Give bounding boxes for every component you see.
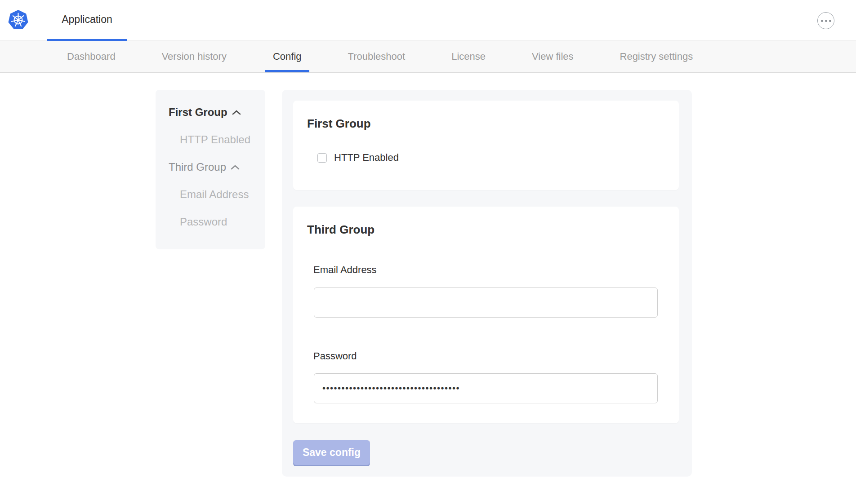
admin-console-page: { "header": { "logo_icon": "kubernetes-l…	[0, 0, 856, 504]
ellipsis-menu-icon[interactable]	[817, 12, 834, 29]
config-group-first-group: First Group HTTP Enabled	[293, 101, 679, 190]
sidebar-item-label: First Group	[169, 106, 227, 119]
sidebar-item-http-enabled[interactable]: HTTP Enabled	[180, 134, 265, 146]
sidebar-item-password[interactable]: Password	[180, 216, 265, 228]
http-enabled-field: HTTP Enabled	[317, 152, 399, 164]
sidebar-item-label: Third Group	[169, 161, 226, 173]
sidebar-item-label: Password	[180, 216, 227, 228]
password-input[interactable]	[314, 373, 658, 403]
tab-troubleshoot[interactable]: Troubleshoot	[340, 41, 413, 72]
email-address-label: Email Address	[313, 264, 377, 276]
tab-version-history[interactable]: Version history	[154, 41, 234, 72]
sidebar-item-label: HTTP Enabled	[180, 133, 250, 146]
tab-config[interactable]: Config	[265, 41, 309, 72]
tab-view-files[interactable]: View files	[524, 41, 581, 72]
group-title: First Group	[307, 117, 371, 130]
sidebar-item-first-group[interactable]: First Group	[169, 106, 265, 118]
app-navbar: Dashboard Version history Config Trouble…	[0, 41, 856, 73]
email-address-input[interactable]	[314, 287, 658, 318]
tab-registry-settings[interactable]: Registry settings	[612, 41, 701, 72]
application-tab-label: Application	[62, 13, 112, 26]
config-sidebar: First Group HTTP Enabled Third Group Ema…	[156, 90, 265, 249]
chevron-up-icon[interactable]	[231, 164, 240, 170]
http-enabled-checkbox[interactable]	[317, 153, 327, 163]
chevron-up-icon[interactable]	[232, 110, 241, 115]
http-enabled-label[interactable]: HTTP Enabled	[334, 152, 399, 164]
tab-dashboard[interactable]: Dashboard	[59, 41, 123, 72]
app-header: Application	[0, 0, 856, 40]
config-group-third-group: Third Group Email Address Password	[293, 207, 679, 423]
header-tab-application[interactable]: Application	[47, 0, 127, 41]
config-panel: First Group HTTP Enabled Third Group Ema…	[282, 90, 692, 477]
tab-license[interactable]: License	[444, 41, 493, 72]
kubernetes-logo-icon	[8, 9, 29, 31]
sidebar-item-email-address[interactable]: Email Address	[180, 189, 265, 200]
save-config-button[interactable]: Save config	[293, 440, 370, 465]
group-title: Third Group	[307, 223, 374, 236]
sidebar-item-third-group[interactable]: Third Group	[169, 161, 265, 173]
password-label: Password	[313, 350, 357, 362]
sidebar-item-label: Email Address	[180, 188, 249, 201]
